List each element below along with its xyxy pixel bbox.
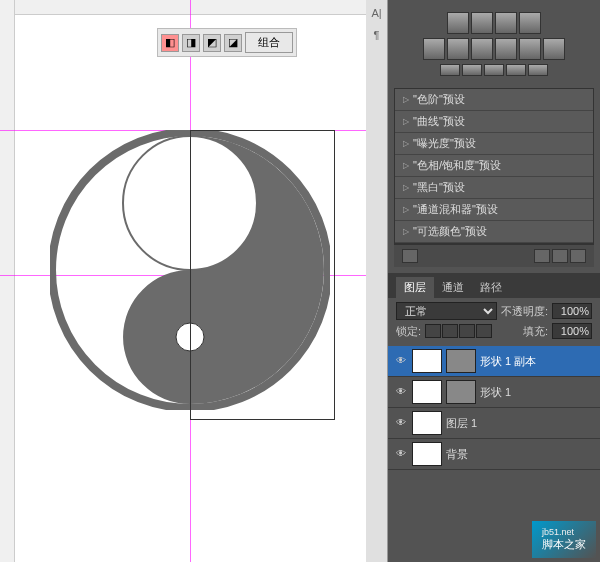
path-mode-subtract-icon[interactable]: ◨ (182, 34, 200, 52)
curves-icon[interactable] (495, 12, 517, 34)
lock-position-icon[interactable] (459, 324, 475, 338)
layers-list: 👁形状 1 副本👁形状 1👁图层 1👁背景 (388, 346, 600, 470)
character-panel-icon[interactable]: A| (368, 4, 386, 22)
preset-item[interactable]: "曲线"预设 (395, 111, 593, 133)
fill-input[interactable] (552, 323, 592, 339)
posterize-icon[interactable] (462, 64, 482, 76)
lock-transparent-icon[interactable] (425, 324, 441, 338)
clip-icon[interactable] (534, 249, 550, 263)
exposure-icon[interactable] (519, 12, 541, 34)
presets-list: "色阶"预设"曲线"预设"曝光度"预设"色相/饱和度"预设"黑白"预设"通道混和… (394, 88, 594, 244)
layer-row[interactable]: 👁形状 1 副本 (388, 346, 600, 377)
layer-name: 形状 1 副本 (480, 354, 594, 369)
layer-name: 形状 1 (480, 385, 594, 400)
color-balance-icon[interactable] (471, 38, 493, 60)
collapsed-panel-strip[interactable]: A| ¶ (366, 0, 388, 562)
levels-icon[interactable] (471, 12, 493, 34)
layer-controls: 正常 不透明度: 锁定: 填充: (388, 298, 600, 346)
tab-0[interactable]: 图层 (396, 277, 434, 298)
path-toolbar: ◧ ◨ ◩ ◪ 组合 (157, 28, 297, 57)
path-mode-exclude-icon[interactable]: ◪ (224, 34, 242, 52)
layer-thumb[interactable] (412, 380, 442, 404)
hue-sat-icon[interactable] (447, 38, 469, 60)
lock-pixels-icon[interactable] (442, 324, 458, 338)
channel-mixer-icon[interactable] (543, 38, 565, 60)
layer-name: 背景 (446, 447, 594, 462)
layer-thumb[interactable] (412, 442, 442, 466)
blend-mode-select[interactable]: 正常 (396, 302, 497, 320)
opacity-label: 不透明度: (501, 304, 548, 319)
layer-name: 图层 1 (446, 416, 594, 431)
reset-icon[interactable] (402, 249, 418, 263)
invert-icon[interactable] (440, 64, 460, 76)
layer-row[interactable]: 👁形状 1 (388, 377, 600, 408)
selection-rectangle[interactable] (190, 130, 335, 420)
threshold-icon[interactable] (484, 64, 504, 76)
visibility-eye-icon[interactable]: 👁 (394, 417, 408, 429)
paragraph-panel-icon[interactable]: ¶ (368, 26, 386, 44)
mask-thumb[interactable] (446, 380, 476, 404)
gradient-map-icon[interactable] (506, 64, 526, 76)
combine-button[interactable]: 组合 (245, 32, 293, 53)
vibrance-icon[interactable] (423, 38, 445, 60)
delete-icon[interactable] (570, 249, 586, 263)
brightness-icon[interactable] (447, 12, 469, 34)
layer-thumb[interactable] (412, 349, 442, 373)
mask-thumb[interactable] (446, 349, 476, 373)
canvas-area[interactable]: ◧ ◨ ◩ ◪ 组合 (0, 0, 388, 562)
panel-tabs: 图层通道路径 (388, 273, 600, 298)
preset-item[interactable]: "黑白"预设 (395, 177, 593, 199)
visibility-eye-icon[interactable]: 👁 (394, 355, 408, 367)
photo-filter-icon[interactable] (519, 38, 541, 60)
visibility-eye-icon[interactable]: 👁 (394, 386, 408, 398)
lock-all-icon[interactable] (476, 324, 492, 338)
lock-label: 锁定: (396, 324, 421, 339)
adjustments-footer (394, 244, 594, 267)
tab-2[interactable]: 路径 (472, 277, 510, 298)
path-mode-add-icon[interactable]: ◧ (161, 34, 179, 52)
preset-item[interactable]: "曝光度"预设 (395, 133, 593, 155)
path-mode-intersect-icon[interactable]: ◩ (203, 34, 221, 52)
view-icon[interactable] (552, 249, 568, 263)
layer-thumb[interactable] (412, 411, 442, 435)
opacity-input[interactable] (552, 303, 592, 319)
bw-icon[interactable] (495, 38, 517, 60)
watermark: jb51.net 脚本之家 (532, 521, 596, 558)
preset-item[interactable]: "通道混和器"预设 (395, 199, 593, 221)
right-panel: A| ¶ "色阶"预设"曲线"预设"曝光度"预设"色相/饱和度"预设"黑白"预设… (388, 0, 600, 562)
tab-1[interactable]: 通道 (434, 277, 472, 298)
layer-row[interactable]: 👁背景 (388, 439, 600, 470)
layer-row[interactable]: 👁图层 1 (388, 408, 600, 439)
ruler-vertical (0, 0, 15, 562)
preset-item[interactable]: "色相/饱和度"预设 (395, 155, 593, 177)
selective-color-icon[interactable] (528, 64, 548, 76)
preset-item[interactable]: "可选颜色"预设 (395, 221, 593, 243)
adjustments-icons (388, 0, 600, 88)
fill-label: 填充: (523, 324, 548, 339)
visibility-eye-icon[interactable]: 👁 (394, 448, 408, 460)
preset-item[interactable]: "色阶"预设 (395, 89, 593, 111)
ruler-horizontal (0, 0, 388, 15)
